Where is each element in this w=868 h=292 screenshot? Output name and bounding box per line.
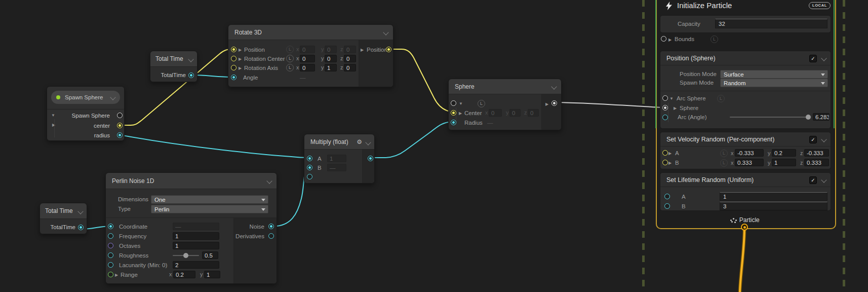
- frequency-input-port[interactable]: [108, 233, 113, 239]
- roughness-field[interactable]: 0.5: [202, 251, 218, 259]
- lifetime-b-field[interactable]: 3: [720, 202, 827, 210]
- space-local-badge[interactable]: L: [286, 64, 294, 71]
- frequency-field[interactable]: 1: [173, 232, 219, 240]
- chevron-down-icon[interactable]: [77, 208, 83, 214]
- expander-icon[interactable]: ▶: [239, 65, 242, 71]
- center-output-port[interactable]: [117, 123, 123, 128]
- local-space-badge[interactable]: LOCAL: [809, 2, 831, 9]
- multiply-output-port[interactable]: [368, 156, 373, 161]
- expander-icon[interactable]: ▶: [239, 47, 242, 53]
- enabled-checkbox[interactable]: ✓: [809, 55, 817, 62]
- edge-totaltime-to-angle[interactable]: [193, 75, 233, 77]
- total-time-header[interactable]: Total Time: [40, 203, 87, 219]
- octaves-input-port[interactable]: [108, 243, 113, 248]
- space-local-badge[interactable]: L: [286, 46, 294, 53]
- range-y-field[interactable]: 1: [204, 271, 220, 278]
- node-total-time-top[interactable]: Total Time TotalTime: [150, 51, 198, 82]
- expander-icon[interactable]: ▶: [668, 151, 672, 157]
- velocity-a-z-field[interactable]: -0.333: [804, 149, 829, 157]
- space-local-badge[interactable]: L: [720, 159, 728, 167]
- node-spawn-sphere[interactable]: Spawn Sphere ▼ ▶ Spawn Sphere center rad…: [47, 86, 125, 141]
- expander-icon[interactable]: ▶: [115, 272, 118, 278]
- velocity-b-z-field[interactable]: 0.333: [804, 159, 829, 166]
- range-input-port[interactable]: [108, 272, 113, 277]
- collapse-expander-icon[interactable]: ▼: [669, 96, 674, 102]
- rotation-axis-x-field[interactable]: 0: [300, 64, 315, 71]
- expander-icon[interactable]: ▶: [361, 47, 364, 53]
- enabled-checkbox[interactable]: ✓: [809, 136, 817, 143]
- velocity-b-x-field[interactable]: 0.333: [735, 159, 764, 166]
- gear-icon[interactable]: ⚙: [357, 134, 362, 150]
- range-x-field[interactable]: 0.2: [173, 271, 195, 278]
- rotate3d-position-output-port[interactable]: [386, 47, 391, 52]
- spawn-sphere-output-port[interactable]: [117, 113, 123, 118]
- perlin-header[interactable]: Perlin Noise 1D: [106, 173, 277, 189]
- space-local-badge[interactable]: L: [720, 150, 728, 157]
- sphere-center-x-field[interactable]: 0: [489, 109, 502, 117]
- lacunarity-input-port[interactable]: [108, 262, 113, 268]
- multiply-a-field[interactable]: 1: [327, 155, 346, 162]
- multiply-b-field[interactable]: —: [327, 164, 346, 171]
- node-perlin-noise-1d[interactable]: Perlin Noise 1D Dimensions One Type Perl…: [105, 172, 277, 284]
- sphere-output-port[interactable]: [551, 100, 557, 106]
- block-set-velocity-random[interactable]: Set Velocity Random (Per-component) ✓ ▶ …: [660, 132, 831, 169]
- sphere-center-z-field[interactable]: 0: [528, 109, 539, 117]
- totaltime-output-port[interactable]: [78, 225, 84, 230]
- roughness-slider-handle[interactable]: [183, 253, 188, 258]
- type-dropdown[interactable]: Perlin: [151, 205, 268, 213]
- velocity-b-y-field[interactable]: 1: [772, 159, 796, 166]
- arc-angle-field[interactable]: 6.283: [813, 113, 830, 121]
- octaves-field[interactable]: 1: [173, 242, 219, 249]
- chevron-down-icon[interactable]: [365, 139, 371, 145]
- edge-multiply-to-radius[interactable]: [370, 122, 453, 158]
- arc-sphere-port[interactable]: [662, 95, 668, 101]
- arc-angle-input-port[interactable]: [662, 115, 668, 120]
- sphere-header[interactable]: Sphere: [449, 79, 561, 94]
- arc-angle-slider-handle[interactable]: [806, 115, 811, 120]
- rotation-center-input-port[interactable]: [231, 56, 236, 61]
- derivatives-output-port[interactable]: [268, 233, 274, 239]
- rotate3d-header[interactable]: Rotate 3D: [228, 25, 393, 40]
- radius-output-port[interactable]: [117, 132, 123, 138]
- multiply-b-input-port[interactable]: [307, 165, 312, 170]
- velocity-b-input-port[interactable]: [662, 160, 668, 165]
- expander-icon[interactable]: ▶: [459, 111, 462, 117]
- position-block-header[interactable]: Position (Sphere) ✓: [660, 51, 831, 65]
- position-x-field[interactable]: 0: [300, 46, 315, 53]
- totaltime-output-port[interactable]: [188, 72, 194, 78]
- block-set-lifetime-random[interactable]: Set Lifetime Random (Uniform) ✓ A 1 B 3: [660, 172, 831, 211]
- edge-radius-to-multiply-a[interactable]: [120, 135, 309, 158]
- space-local-badge[interactable]: L: [717, 95, 725, 102]
- edge-sphere-to-initialize[interactable]: [554, 102, 661, 107]
- velocity-a-x-field[interactable]: -0.333: [735, 149, 764, 157]
- lacunarity-field[interactable]: 2: [173, 261, 219, 269]
- rotation-axis-z-field[interactable]: 0: [344, 64, 356, 71]
- position-z-field[interactable]: 0: [344, 46, 356, 53]
- node-total-time-bottom[interactable]: Total Time TotalTime: [40, 203, 87, 234]
- position-input-port[interactable]: [231, 47, 236, 52]
- chevron-down-icon[interactable]: [821, 136, 826, 142]
- expander-icon[interactable]: ▶: [674, 105, 677, 112]
- coordinate-field[interactable]: —: [173, 223, 219, 230]
- rotation-axis-input-port[interactable]: [231, 65, 236, 70]
- rotation-center-y-field[interactable]: 0: [325, 55, 337, 62]
- expander-icon[interactable]: ▶: [668, 37, 672, 43]
- rotation-axis-y-field[interactable]: 1: [325, 64, 337, 71]
- node-multiply-float[interactable]: Multiply (float) ⚙ A 1 B —: [304, 134, 375, 184]
- spawn-mode-dropdown[interactable]: Random: [720, 79, 828, 87]
- roughness-input-port[interactable]: [108, 252, 113, 258]
- position-mode-dropdown[interactable]: Surface: [720, 70, 828, 79]
- particle-flow-output-port[interactable]: [741, 224, 748, 231]
- collapse-expander-icon[interactable]: ▼: [459, 101, 463, 107]
- block-position-sphere[interactable]: Position (Sphere) ✓ Position Mode Surfac…: [660, 51, 831, 129]
- lifetime-a-field[interactable]: 1: [720, 192, 827, 201]
- sphere-struct-port[interactable]: [451, 100, 456, 106]
- noise-output-port[interactable]: [268, 224, 274, 229]
- space-local-badge[interactable]: L: [286, 55, 294, 62]
- chevron-down-icon[interactable]: [383, 29, 388, 35]
- vfx-graph-canvas[interactable]: Spawn Sphere ▼ ▶ Spawn Sphere center rad…: [0, 0, 868, 292]
- sphere-center-y-field[interactable]: 0: [509, 109, 521, 117]
- spawn-sphere-pill[interactable]: Spawn Sphere: [51, 91, 120, 104]
- total-time-header[interactable]: Total Time: [150, 51, 197, 67]
- velocity-a-input-port[interactable]: [662, 150, 668, 156]
